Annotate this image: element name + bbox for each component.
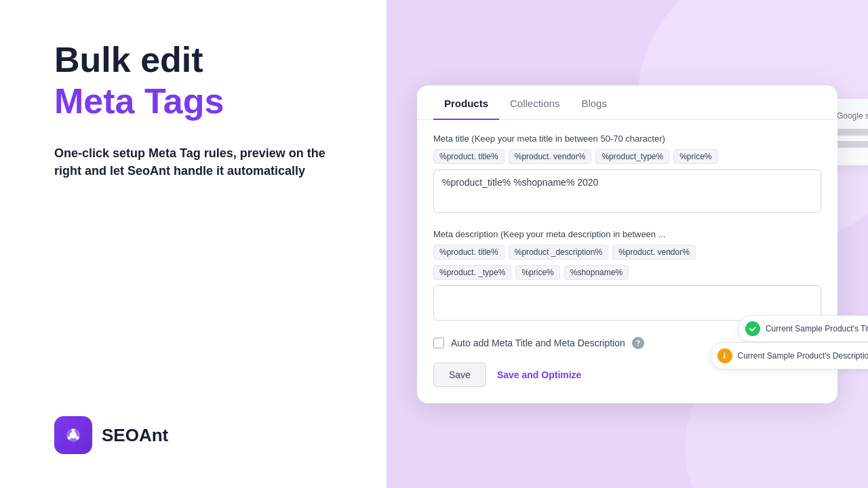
meta-description-section: Meta description (Keep your meta descrip… (433, 229, 821, 323)
svg-point-3 (76, 436, 79, 440)
auto-add-checkbox[interactable] (433, 338, 444, 348)
logo-area: SEOAnt (54, 416, 346, 454)
meta-title-section: Meta title (Keep your meta title in betw… (433, 134, 821, 216)
tag-product-type[interactable]: %product_type% (595, 149, 669, 164)
tab-products[interactable]: Products (433, 85, 499, 120)
logo-text: SEOAnt (102, 425, 168, 446)
tag-product-vendor[interactable]: %product. vendor% (509, 149, 592, 164)
left-content: Bulk edit Meta Tags One-click setup Meta… (54, 41, 346, 180)
tag-desc-vendor[interactable]: %product. vendor% (612, 245, 696, 260)
check-icon (749, 325, 757, 333)
check-badge-green (745, 321, 760, 336)
tag-desc-description[interactable]: %product _description% (509, 245, 608, 260)
tabs-container: Products Collections Blogs (417, 85, 837, 120)
tab-collections[interactable]: Collections (499, 85, 570, 120)
tag-desc-product-title[interactable]: %product. title% (433, 245, 505, 260)
tag-desc-price[interactable]: %price% (515, 265, 559, 280)
logo-icon (54, 416, 92, 454)
meta-title-input[interactable] (433, 169, 821, 213)
svg-point-1 (70, 432, 77, 439)
meta-description-label: Meta description (Keep your meta descrip… (433, 229, 821, 239)
notification-green-text: Current Sample Product's Title: 65 of 70… (766, 324, 868, 333)
notification-orange-text: Current Sample Product's Description: 54… (738, 351, 868, 361)
seoant-logo-svg (62, 424, 84, 446)
tag-price[interactable]: %price% (673, 149, 717, 164)
meta-desc-tags-row1: %product. title% %product _description% … (433, 245, 821, 260)
svg-point-4 (68, 436, 71, 440)
notification-green: Current Sample Product's Title: 65 of 70… (738, 315, 868, 342)
card-wrapper: Products Collections Blogs Meta title (K… (417, 85, 837, 403)
tag-desc-type[interactable]: %product. _type% (433, 265, 511, 280)
svg-point-2 (72, 429, 75, 432)
tag-desc-shopname[interactable]: %shopname% (564, 265, 629, 280)
meta-desc-tags-row2: %product. _type% %price% %shopname% (433, 265, 821, 280)
subtitle: One-click setup Meta Tag rules, preview … (54, 145, 346, 179)
meta-title-label: Meta title (Keep your meta title in betw… (433, 134, 821, 144)
checkbox-label: Auto add Meta Title and Meta Description (451, 338, 625, 348)
left-panel: Bulk edit Meta Tags One-click setup Meta… (0, 0, 387, 488)
right-panel: Products Collections Blogs Meta title (K… (387, 0, 868, 488)
notification-orange: i Current Sample Product's Description: … (710, 342, 868, 369)
save-optimize-button[interactable]: Save and Optimize (497, 363, 581, 386)
save-button[interactable]: Save (433, 363, 486, 387)
heading-bulk: Bulk edit (54, 41, 346, 79)
tag-product-title[interactable]: %product. title% (433, 149, 505, 164)
meta-title-tags: %product. title% %product. vendor% %prod… (433, 149, 821, 164)
tab-blogs[interactable]: Blogs (570, 85, 618, 120)
info-badge-orange: i (717, 348, 732, 363)
help-icon[interactable]: ? (632, 337, 644, 349)
heading-meta: Meta Tags (54, 82, 346, 121)
